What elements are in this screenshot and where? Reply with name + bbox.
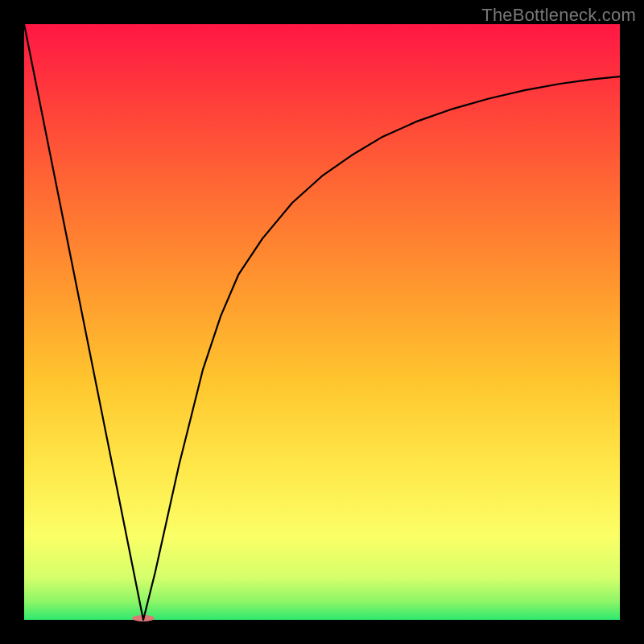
watermark-text: TheBottleneck.com xyxy=(481,5,636,26)
chart-svg xyxy=(0,0,644,644)
bottleneck-chart: TheBottleneck.com xyxy=(0,0,644,644)
svg-rect-1 xyxy=(24,24,620,620)
